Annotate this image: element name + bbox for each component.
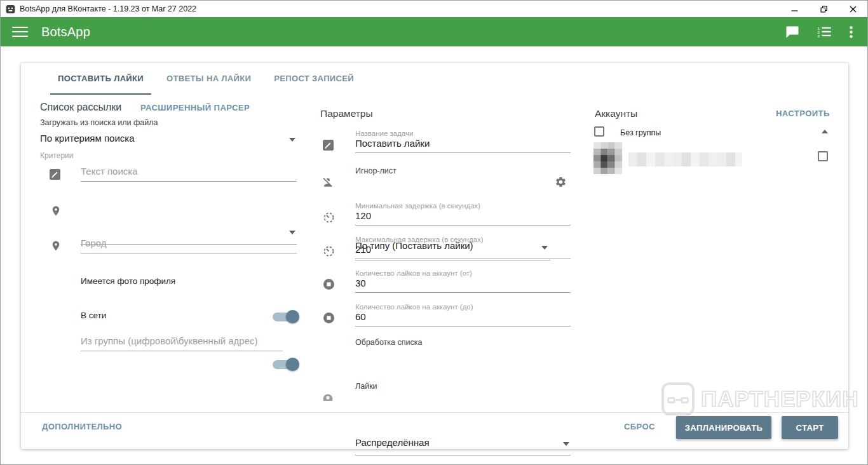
mailing-list-title: Список рассылки <box>40 102 121 113</box>
additional-button[interactable]: ДОПОЛНИТЕЛЬНО <box>42 422 122 431</box>
list-processing-label: Обработка списка <box>355 338 422 347</box>
tab-like-replies[interactable]: ОТВЕТЫ НА ЛАЙКИ <box>159 63 259 95</box>
chevron-down-icon <box>289 138 295 142</box>
start-button[interactable]: СТАРТ <box>782 416 838 439</box>
numbered-list-icon[interactable]: 1 2 3 <box>817 27 831 37</box>
account-row[interactable] <box>593 142 622 177</box>
source-select[interactable]: По критериям поиска <box>40 133 297 149</box>
tab-repost[interactable]: РЕПОСТ ЗАПИСЕЙ <box>266 63 362 95</box>
parameters-title: Параметры <box>320 108 373 119</box>
source-label: Загружать из поиска или файла <box>40 118 158 127</box>
restore-button[interactable] <box>809 1 838 17</box>
chat-icon[interactable] <box>786 26 799 38</box>
watermark: ПАРТНЕРКИН <box>661 382 858 415</box>
edit-icon <box>50 169 60 182</box>
city-input[interactable] <box>81 238 297 253</box>
watermark-text: ПАРТНЕРКИН <box>701 386 858 412</box>
main-card: ПОСТАВИТЬ ЛАЙКИ ОТВЕТЫ НА ЛАЙКИ РЕПОСТ З… <box>21 63 848 449</box>
online-toggle[interactable] <box>273 358 298 371</box>
configure-button[interactable]: НАСТРОИТЬ <box>776 109 830 118</box>
likes-to-label: Количество лайков на аккаунт (до) <box>355 303 473 311</box>
gear-icon[interactable] <box>555 176 567 191</box>
edit-icon <box>323 140 334 153</box>
menu-icon[interactable] <box>12 27 28 37</box>
list-processing-select-value: Распределённая <box>355 437 430 448</box>
task-name-input[interactable] <box>355 138 571 153</box>
list-processing-select[interactable]: Распределённая <box>355 437 571 455</box>
group-checkbox[interactable] <box>594 126 604 137</box>
max-delay-input[interactable] <box>355 244 571 259</box>
online-toggle-label: В сети <box>81 311 106 320</box>
person-off-icon <box>322 176 334 191</box>
account-circle-icon <box>323 394 334 401</box>
photo-toggle[interactable] <box>273 310 298 323</box>
from-group-input[interactable] <box>81 335 283 351</box>
location-pin-icon <box>50 205 62 219</box>
stop-circle-icon <box>323 278 335 293</box>
likes-from-input[interactable] <box>355 278 571 293</box>
group-label: Без группы <box>620 128 661 137</box>
app-icon <box>6 4 15 14</box>
chevron-down-icon <box>563 442 569 446</box>
window-titlebar: BotsApp для ВКонтакте - 1.19.23 от Mar 2… <box>1 1 867 17</box>
tab-put-likes[interactable]: ПОСТАВИТЬ ЛАЙКИ <box>50 63 151 95</box>
close-button[interactable] <box>838 1 867 17</box>
photo-toggle-label: Имеется фото профиля <box>81 276 175 286</box>
kebab-menu-icon[interactable] <box>850 26 853 38</box>
timer-icon <box>323 245 335 259</box>
account-name-blurred <box>628 152 742 166</box>
likes-to-input[interactable] <box>355 311 571 327</box>
task-name-label: Название задачи <box>355 130 414 137</box>
watermark-logo-icon <box>661 382 695 415</box>
appbar-title: BotsApp <box>41 25 90 39</box>
accounts-title: Аккаунты <box>595 108 637 119</box>
ignore-list-label: Игнор-лист <box>355 166 397 175</box>
likes-section-label: Лайки <box>355 382 377 391</box>
appbar: BotsApp 1 2 3 <box>1 17 867 46</box>
timer-icon <box>323 211 335 226</box>
search-text-input[interactable] <box>81 166 297 182</box>
window-title: BotsApp для ВКонтакте - 1.19.23 от Mar 2… <box>20 4 196 13</box>
account-avatar-blurred <box>593 165 622 176</box>
location-pin-icon <box>50 240 62 254</box>
tab-bar: ПОСТАВИТЬ ЛАЙКИ ОТВЕТЫ НА ЛАЙКИ РЕПОСТ З… <box>50 63 369 95</box>
likes-from-label: Количество лайков на аккаунт (от) <box>355 269 472 277</box>
reset-button[interactable]: СБРОС <box>624 422 655 431</box>
source-select-value: По критериям поиска <box>40 133 135 144</box>
criteria-label: Критерии <box>40 151 73 160</box>
minimize-button[interactable] <box>780 1 809 17</box>
chevron-down-icon <box>289 231 295 234</box>
collapse-group-icon[interactable] <box>822 130 828 133</box>
advanced-parser-button[interactable]: РАСШИРЕННЫЙ ПАРСЕР <box>140 103 250 112</box>
account-checkbox[interactable] <box>818 151 828 161</box>
schedule-button[interactable]: ЗАПЛАНИРОВАТЬ <box>676 416 771 439</box>
stop-circle-icon <box>323 312 335 327</box>
max-delay-label: Максимальная задержка (в секундах) <box>355 236 484 243</box>
min-delay-input[interactable] <box>355 210 571 226</box>
svg-text:3: 3 <box>818 34 820 37</box>
min-delay-label: Минимальная задержка (в секундах) <box>355 202 480 210</box>
